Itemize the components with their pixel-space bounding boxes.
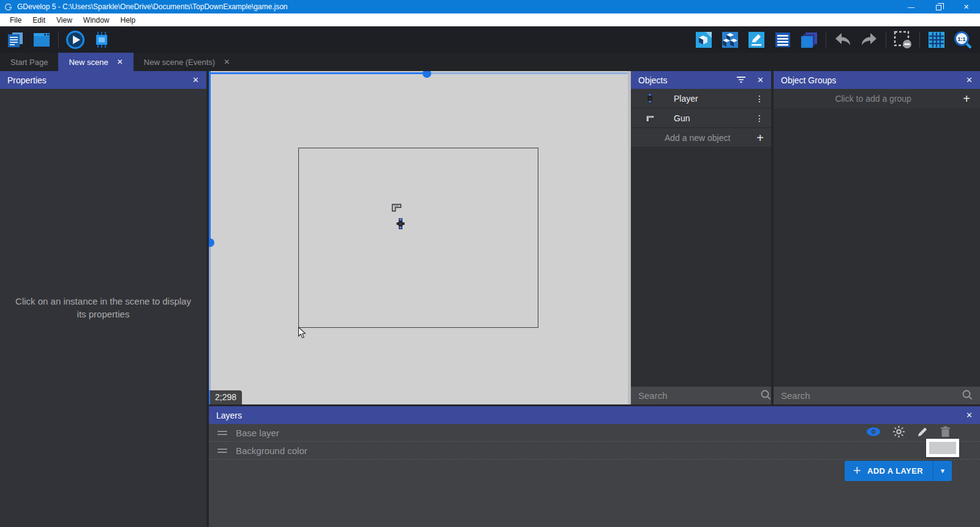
objects-editor-icon[interactable] bbox=[694, 30, 714, 50]
layers-editor-icon[interactable] bbox=[799, 30, 819, 50]
layers-title: Layers bbox=[216, 411, 242, 420]
layers-header: Layers ✕ bbox=[209, 406, 980, 424]
close-icon[interactable]: ✕ bbox=[192, 75, 199, 85]
add-layer-dropdown-arrow[interactable]: ▼ bbox=[933, 461, 952, 481]
tab-close-icon[interactable]: ✕ bbox=[224, 58, 230, 66]
gun-object-icon bbox=[644, 114, 655, 123]
vertical-scroll-thumb[interactable] bbox=[209, 238, 214, 247]
play-button[interactable] bbox=[66, 30, 85, 50]
debug-button[interactable] bbox=[92, 30, 111, 50]
toolbar-separator bbox=[826, 31, 826, 48]
objects-header: Objects ✕ bbox=[631, 71, 771, 89]
groups-searchbar bbox=[774, 387, 980, 404]
scene-canvas[interactable]: 2;298 bbox=[209, 71, 628, 404]
project-manager-icon[interactable] bbox=[6, 30, 25, 50]
tabbar: Start Page New scene ✕ New scene (Events… bbox=[0, 53, 980, 71]
horizontal-scroll-thumb[interactable] bbox=[423, 71, 431, 78]
redo-icon[interactable] bbox=[859, 30, 879, 50]
add-layer-button[interactable]: + ADD A LAYER ▼ bbox=[845, 461, 952, 481]
toolbar-separator bbox=[886, 31, 886, 48]
search-icon bbox=[760, 389, 771, 403]
add-group-label: Click to add a group bbox=[783, 94, 963, 104]
canvas-vertical-scrollbar[interactable] bbox=[209, 71, 211, 404]
object-groups-panel: Object Groups ✕ Click to add a group + bbox=[774, 71, 980, 404]
menu-help[interactable]: Help bbox=[115, 13, 141, 26]
tab-new-scene-events[interactable]: New scene (Events) ✕ bbox=[134, 53, 240, 71]
drag-handle-icon[interactable] bbox=[217, 431, 227, 435]
menu-edit[interactable]: Edit bbox=[27, 13, 51, 26]
add-new-object-button[interactable]: Add a new object + bbox=[631, 128, 771, 148]
object-menu-icon[interactable]: ⋮ bbox=[755, 94, 764, 103]
layer-row-background-color[interactable]: Background color bbox=[209, 442, 980, 460]
start-page-icon[interactable] bbox=[32, 30, 51, 50]
layer-edit-pencil-icon[interactable] bbox=[917, 426, 929, 439]
tab-label: Start Page bbox=[10, 58, 48, 67]
layer-name: Base layer bbox=[236, 428, 279, 438]
layer-visibility-eye-icon[interactable] bbox=[866, 427, 881, 438]
object-groups-header: Object Groups ✕ bbox=[774, 71, 980, 89]
objects-title: Objects bbox=[638, 75, 667, 85]
object-groups-title: Object Groups bbox=[781, 75, 836, 85]
drag-handle-icon[interactable] bbox=[217, 449, 227, 453]
properties-header: Properties ✕ bbox=[0, 71, 206, 89]
plus-icon: + bbox=[963, 93, 970, 105]
objects-search-input[interactable] bbox=[638, 390, 760, 401]
close-icon[interactable]: ✕ bbox=[966, 411, 973, 420]
deselect-icon[interactable] bbox=[893, 30, 913, 50]
cursor-coordinates-badge: 2;298 bbox=[209, 390, 242, 404]
properties-panel: Properties ✕ Click on an instance in the… bbox=[0, 71, 206, 527]
properties-empty-message: Click on an instance in the scene to dis… bbox=[12, 295, 195, 320]
tab-label: New scene bbox=[69, 58, 108, 67]
object-groups-icon[interactable] bbox=[720, 30, 740, 50]
scene-properties-icon[interactable] bbox=[747, 30, 766, 50]
window-title: GDevelop 5 - C:\Users\Sparkle\OneDrive\D… bbox=[17, 2, 288, 11]
canvas-horizontal-scrollbar[interactable] bbox=[209, 72, 628, 74]
gdevelop-logo-icon bbox=[4, 3, 12, 11]
player-instance[interactable] bbox=[396, 218, 405, 232]
object-menu-icon[interactable]: ⋮ bbox=[755, 114, 764, 123]
close-button[interactable]: ✕ bbox=[952, 0, 980, 13]
object-name: Gun bbox=[674, 113, 690, 123]
toolbar-separator bbox=[919, 31, 920, 48]
player-object-icon bbox=[644, 93, 655, 104]
close-icon[interactable]: ✕ bbox=[966, 75, 973, 85]
zoom-original-icon[interactable]: 1:1 bbox=[953, 30, 973, 50]
close-icon[interactable]: ✕ bbox=[757, 75, 764, 85]
search-icon bbox=[962, 389, 973, 403]
layer-row-base[interactable]: Base layer bbox=[209, 424, 980, 442]
toolbar: 1:1 bbox=[0, 26, 980, 53]
add-layer-label: ADD A LAYER bbox=[867, 466, 923, 476]
menu-view[interactable]: View bbox=[51, 13, 78, 26]
groups-search-input[interactable] bbox=[781, 390, 962, 401]
objects-panel: Objects ✕ Player ⋮ Gun ⋮ Add a new objec… bbox=[631, 71, 771, 404]
objects-searchbar bbox=[631, 387, 771, 404]
filter-icon[interactable] bbox=[736, 75, 746, 85]
tab-start-page[interactable]: Start Page bbox=[0, 53, 58, 71]
menu-file[interactable]: File bbox=[4, 13, 27, 26]
instances-list-icon[interactable] bbox=[773, 30, 793, 50]
svg-text:1:1: 1:1 bbox=[957, 36, 965, 42]
add-object-label: Add a new object bbox=[638, 133, 756, 143]
layers-panel: Layers ✕ Base layer Background color + bbox=[209, 406, 980, 527]
gun-instance[interactable] bbox=[391, 203, 402, 214]
layer-delete-trash-icon[interactable] bbox=[940, 426, 951, 439]
tab-new-scene[interactable]: New scene ✕ bbox=[58, 53, 133, 71]
menu-window[interactable]: Window bbox=[78, 13, 115, 26]
undo-icon[interactable] bbox=[833, 30, 853, 50]
grid-icon[interactable] bbox=[927, 30, 946, 50]
restore-button[interactable] bbox=[925, 0, 952, 13]
titlebar: GDevelop 5 - C:\Users\Sparkle\OneDrive\D… bbox=[0, 0, 980, 13]
restore-icon bbox=[936, 5, 941, 10]
minimize-button[interactable]: — bbox=[897, 0, 925, 13]
properties-title: Properties bbox=[7, 75, 47, 85]
add-group-button[interactable]: Click to add a group + bbox=[774, 89, 980, 108]
tab-label: New scene (Events) bbox=[144, 58, 215, 67]
menubar: File Edit View Window Help bbox=[0, 13, 980, 26]
plus-icon: + bbox=[853, 464, 861, 477]
object-row-player[interactable]: Player ⋮ bbox=[631, 89, 771, 108]
background-color-swatch[interactable] bbox=[926, 439, 959, 457]
plus-icon: + bbox=[756, 132, 764, 144]
tab-close-icon[interactable]: ✕ bbox=[117, 58, 123, 66]
layer-effects-icon[interactable] bbox=[892, 425, 905, 440]
object-row-gun[interactable]: Gun ⋮ bbox=[631, 108, 771, 128]
